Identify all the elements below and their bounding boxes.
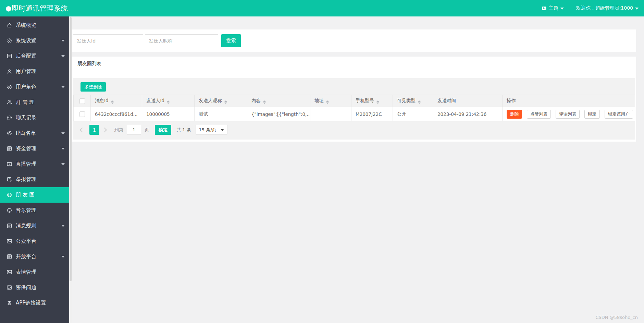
cell-content: {"images":[{"length":0,... [247, 107, 310, 121]
sidebar-item[interactable]: ?举报管理 [0, 172, 69, 187]
sidebar-item[interactable]: 表情管理 [0, 264, 69, 280]
next-page-button[interactable] [102, 127, 107, 132]
sidebar-item[interactable]: 消息规则 [0, 218, 69, 234]
sidebar-item-label: 用户角色 [16, 84, 36, 90]
scrollbar-thumb[interactable] [70, 17, 72, 281]
sidebar-item-label: 公众平台 [16, 238, 36, 244]
sidebar-item[interactable]: 用户角色 [0, 79, 69, 95]
lock-user-button[interactable]: 锁定该用户 [605, 110, 633, 119]
sidebar-item[interactable]: 资金管理 [0, 141, 69, 156]
sidebar-item[interactable]: 后台配置 [0, 48, 69, 64]
user-icon [7, 69, 12, 74]
sort-icon[interactable] [224, 100, 227, 104]
select-all-checkbox[interactable] [79, 98, 85, 104]
prev-page-button[interactable] [80, 127, 85, 132]
sidebar-item[interactable]: 聊天记录 [0, 110, 69, 125]
cell-nickname: 测试 [195, 107, 247, 121]
page-size-select[interactable]: 15 条/页 [196, 125, 227, 135]
column-label: 发送时间 [437, 98, 456, 103]
sender-nickname-input[interactable] [145, 34, 218, 47]
column-header-visibility[interactable]: 可见类型 [393, 95, 433, 107]
smiley-icon [7, 207, 12, 213]
svg-text:?: ? [9, 178, 10, 181]
sidebar-item[interactable]: 用户管理 [0, 64, 69, 79]
sidebar-scrollbar[interactable] [69, 16, 72, 323]
goto-prefix-label: 到第 [114, 127, 123, 133]
gear-icon [7, 38, 12, 44]
select-caret-icon [221, 129, 224, 131]
likes-list-button[interactable]: 点赞列表 [527, 110, 551, 119]
sort-icon[interactable] [326, 100, 329, 104]
sort-icon[interactable] [167, 100, 170, 104]
sidebar-item[interactable]: 音乐管理 [0, 203, 69, 218]
column-label: 手机型号 [356, 98, 374, 103]
sidebar-nav: 系统概览系统设置后台配置用户管理用户角色群 管 理聊天记录IP白名单资金管理直播… [0, 17, 69, 311]
sidebar-item-label: 用户管理 [16, 68, 36, 75]
lock-button[interactable]: 锁定 [584, 110, 600, 119]
form-icon [7, 53, 12, 59]
sidebar-item-label: 系统概览 [16, 22, 36, 28]
page-size-value: 15 条/页 [199, 127, 216, 133]
form-icon [7, 223, 12, 229]
column-header-nickname[interactable]: 发送人昵称 [195, 95, 247, 107]
sidebar-item[interactable]: 系统概览 [0, 17, 69, 33]
column-header-content[interactable]: 内容 [247, 95, 310, 107]
delete-button[interactable]: 删除 [507, 110, 522, 119]
sender-id-input[interactable] [73, 34, 143, 47]
chevron-down-icon [560, 8, 564, 10]
chevron-down-icon [61, 163, 65, 165]
column-label: 内容 [251, 98, 261, 103]
sidebar-item[interactable]: 朋 友 圈 [0, 187, 69, 203]
users-icon [7, 99, 12, 105]
search-button[interactable]: 搜索 [221, 34, 241, 47]
search-bar: 搜索 [72, 29, 636, 52]
sidebar-item-label: 聊天记录 [16, 115, 36, 121]
confirm-page-button[interactable]: 确定 [155, 125, 171, 135]
sidebar-item[interactable]: 密保问题 [0, 280, 69, 295]
comments-list-button[interactable]: 评论列表 [556, 110, 580, 119]
column-label: 发送人Id [146, 98, 164, 103]
sidebar-item[interactable]: 群 管 理 [0, 95, 69, 110]
column-header-sender_id[interactable]: 发送人Id [142, 95, 195, 107]
page-1-button[interactable]: 1 [89, 125, 99, 135]
sidebar-item[interactable]: 开放平台 [0, 249, 69, 264]
form-icon [7, 146, 12, 152]
sort-icon[interactable] [263, 100, 266, 104]
bulk-delete-button[interactable]: 多选删除 [80, 82, 106, 92]
sort-icon[interactable] [376, 100, 379, 104]
chevron-down-icon [61, 225, 65, 227]
column-header-address[interactable]: 地址 [310, 95, 351, 107]
sidebar-item[interactable]: 直播管理 [0, 156, 69, 172]
image-icon [7, 269, 12, 275]
chevron-down-icon [61, 86, 65, 88]
goto-page-input[interactable] [127, 125, 141, 135]
goto-suffix-label: 页 [145, 127, 149, 133]
sidebar-item-label: 开放平台 [16, 253, 36, 260]
column-header-send_time: 发送时间 [433, 95, 503, 107]
column-header-msg_id[interactable]: 消息Id [91, 95, 142, 107]
sidebar-item[interactable]: 公众平台 [0, 234, 69, 249]
cell-send_time: 2023-04-09 21:42:36 [433, 107, 503, 121]
app-header: ●即时通讯管理系统 主题 欢迎你，超级管理员:1000 [0, 0, 644, 16]
column-header-phone_model[interactable]: 手机型号 [351, 95, 393, 107]
sort-icon[interactable] [418, 100, 421, 104]
user-menu[interactable]: 欢迎你，超级管理员:1000 [576, 5, 639, 11]
welcome-text: 欢迎你，超级管理员:1000 [576, 5, 633, 11]
gear-icon [7, 130, 12, 136]
pagination: 1 到第 页 确定 共 1 条 15 条/页 [80, 125, 635, 135]
list-title: 朋友圈列表 [73, 57, 635, 70]
sidebar: 系统概览系统设置后台配置用户管理用户角色群 管 理聊天记录IP白名单资金管理直播… [0, 16, 69, 323]
column-label: 消息Id [95, 98, 109, 103]
sort-icon[interactable] [111, 100, 114, 104]
app-title: ●即时通讯管理系统 [5, 4, 68, 13]
theme-menu[interactable]: 主题 [542, 5, 564, 11]
sidebar-item-label: 表情管理 [16, 269, 36, 275]
column-label: 发送人昵称 [199, 98, 222, 103]
column-header-select [74, 95, 91, 107]
moments-list-card: 朋友圈列表 多选删除 消息Id发送人Id发送人昵称内容地址手机型号可见类型发送时… [72, 57, 636, 142]
sidebar-item[interactable]: 系统设置 [0, 33, 69, 48]
theme-label: 主题 [549, 5, 558, 11]
row-checkbox[interactable] [79, 111, 85, 117]
sidebar-item[interactable]: IP白名单 [0, 125, 69, 141]
sidebar-item[interactable]: APP链接设置 [0, 295, 69, 311]
